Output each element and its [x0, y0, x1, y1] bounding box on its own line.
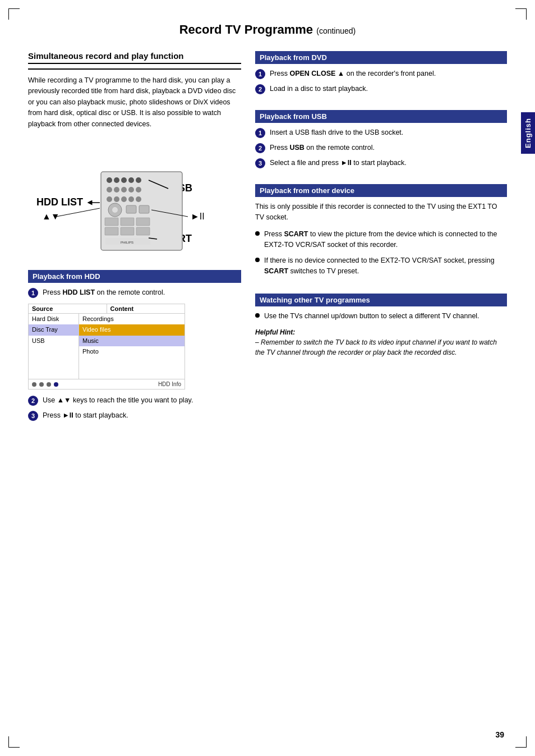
- page-number: 39: [495, 730, 504, 739]
- hint-text: – Remember to switch the TV back to its …: [255, 337, 507, 358]
- bullet-dot-1: [255, 231, 260, 236]
- usb-step-2-text: Press USB on the remote control.: [270, 143, 375, 153]
- usb-step-1: 1 Insert a USB flash drive to the USB so…: [255, 127, 507, 138]
- helpful-hint-block: Helpful Hint: – Remember to switch the T…: [255, 327, 507, 358]
- dvd-step-1: 1 Press OPEN CLOSE ▲ on the recorder's f…: [255, 68, 507, 79]
- svg-point-22: [112, 207, 118, 213]
- svg-point-12: [114, 187, 119, 193]
- two-col-layout: Simultaneous record and play function Wh…: [28, 51, 507, 425]
- col-source: Source: [29, 304, 107, 313]
- svg-rect-26: [121, 218, 134, 226]
- diagram-svg: HDD LIST USB SCART ▲▼ ►II: [28, 138, 219, 262]
- footer-dots: [32, 382, 58, 387]
- corner-mark-bl: [8, 736, 20, 748]
- playback-dvd-bar: Playback from DVD: [255, 51, 507, 64]
- hdd-table-body: Hard Disk Disc Tray USB Recordings Video…: [29, 314, 185, 379]
- usb-step-2: 2 Press USB on the remote control.: [255, 143, 507, 153]
- watching-section: Watching other TV programmes Use the TVs…: [255, 294, 507, 358]
- body-text-simultaneous: While recording a TV programme to the ha…: [28, 75, 241, 130]
- dvd-step-2-text: Load in a disc to start playback.: [270, 84, 368, 94]
- svg-point-8: [121, 177, 127, 183]
- section-divider: [28, 68, 241, 70]
- source-empty-1: [29, 346, 79, 357]
- right-column: Playback from DVD 1 Press OPEN CLOSE ▲ o…: [255, 51, 507, 425]
- source-empty-2: [29, 357, 79, 368]
- footer-dot-4: [54, 382, 58, 387]
- hdd-step-1-text: Press HDD LIST on the remote control.: [43, 287, 165, 298]
- device-diagram: HDD LIST USB SCART ▲▼ ►II: [28, 138, 219, 262]
- svg-point-10: [136, 177, 141, 183]
- dvd-step-number-1: 1: [255, 69, 265, 79]
- content-empty-1: [79, 357, 185, 368]
- corner-mark-tr: [515, 8, 527, 20]
- source-empty-3: [29, 368, 79, 379]
- hdd-table: Source Content Hard Disk Disc Tray USB: [28, 304, 185, 390]
- content-empty-2: [79, 368, 185, 379]
- svg-text:HDD LIST: HDD LIST: [36, 196, 83, 208]
- hdd-step-3: 3 Press ►II to start playback.: [28, 410, 241, 421]
- other-bullet-2: If there is no device connected to the E…: [255, 255, 507, 277]
- playback-other-section: Playback from other device This is only …: [255, 184, 507, 277]
- playback-hdd-bar: Playback from HDD: [28, 270, 241, 283]
- hdd-step-1: 1 Press HDD LIST on the remote control.: [28, 287, 241, 298]
- playback-usb-section: Playback from USB 1 Insert a USB flash d…: [255, 110, 507, 168]
- svg-point-7: [114, 177, 119, 183]
- hdd-step-2-text: Use ▲▼ keys to reach the title you want …: [43, 395, 193, 406]
- svg-point-20: [136, 196, 141, 202]
- footer-dot-1: [32, 382, 36, 387]
- dvd-step-2: 2 Load in a disc to start playback.: [255, 84, 507, 94]
- col-content: Content: [107, 304, 185, 313]
- watching-bar: Watching other TV programmes: [255, 294, 507, 306]
- content-video-files: Video files: [79, 324, 185, 335]
- usb-step-number-1: 1: [255, 128, 265, 138]
- svg-line-36: [56, 208, 100, 217]
- playback-hdd-section: Playback from HDD 1 Press HDD LIST on th…: [28, 270, 241, 421]
- svg-point-9: [128, 177, 134, 183]
- watching-bullet-dot: [255, 313, 260, 318]
- content-column: Recordings Video files Music Photo: [79, 314, 185, 379]
- bullet-dot-2: [255, 258, 260, 262]
- playback-dvd-section: Playback from DVD 1 Press OPEN CLOSE ▲ o…: [255, 51, 507, 94]
- playback-usb-bar: Playback from USB: [255, 110, 507, 123]
- hdd-table-footer: HDD Info: [29, 379, 185, 389]
- svg-point-17: [114, 196, 119, 202]
- hdd-step-2: 2 Use ▲▼ keys to reach the title you wan…: [28, 395, 241, 406]
- svg-rect-28: [105, 227, 118, 235]
- corner-mark-tl: [8, 8, 20, 20]
- svg-rect-29: [121, 227, 134, 235]
- hint-label: Helpful Hint:: [255, 327, 507, 337]
- source-column: Hard Disk Disc Tray USB: [29, 314, 79, 379]
- svg-point-14: [128, 187, 134, 193]
- svg-point-19: [128, 196, 134, 202]
- svg-point-13: [121, 187, 127, 193]
- section-heading-simultaneous: Simultaneous record and play function: [28, 51, 241, 64]
- content-photo: Photo: [79, 346, 185, 357]
- usb-step-3: 3 Select a file and press ►II to start p…: [255, 158, 507, 168]
- source-hard-disk: Hard Disk: [29, 314, 79, 324]
- watching-bullet-1-text: Use the TVs channel up/down button to se…: [264, 311, 479, 322]
- svg-point-18: [121, 196, 127, 202]
- svg-point-6: [107, 177, 112, 183]
- svg-rect-30: [136, 227, 150, 235]
- footer-dot-3: [47, 382, 51, 387]
- step-number-3: 3: [28, 411, 38, 421]
- source-disc-tray: Disc Tray: [29, 324, 79, 335]
- page-title: Record TV Programme (continued): [28, 22, 507, 40]
- svg-text:►II: ►II: [191, 212, 205, 221]
- content-recordings: Recordings: [79, 314, 185, 324]
- svg-rect-23: [126, 205, 136, 213]
- corner-mark-br: [515, 736, 527, 748]
- other-bullet-2-text: If there is no device connected to the E…: [264, 255, 507, 277]
- usb-step-number-3: 3: [255, 158, 265, 168]
- svg-point-15: [136, 187, 141, 193]
- dvd-step-1-text: Press OPEN CLOSE ▲ on the recorder's fro…: [270, 68, 436, 79]
- svg-rect-24: [139, 205, 149, 213]
- hdd-table-header: Source Content: [29, 304, 185, 314]
- playback-other-bar: Playback from other device: [255, 184, 507, 197]
- footer-hdd-info: HDD Info: [158, 381, 181, 387]
- usb-step-1-text: Insert a USB flash drive to the USB sock…: [270, 127, 403, 138]
- svg-text:PHILIPS: PHILIPS: [121, 241, 133, 244]
- usb-step-number-2: 2: [255, 143, 265, 153]
- svg-rect-27: [136, 218, 150, 226]
- footer-dot-2: [39, 382, 44, 387]
